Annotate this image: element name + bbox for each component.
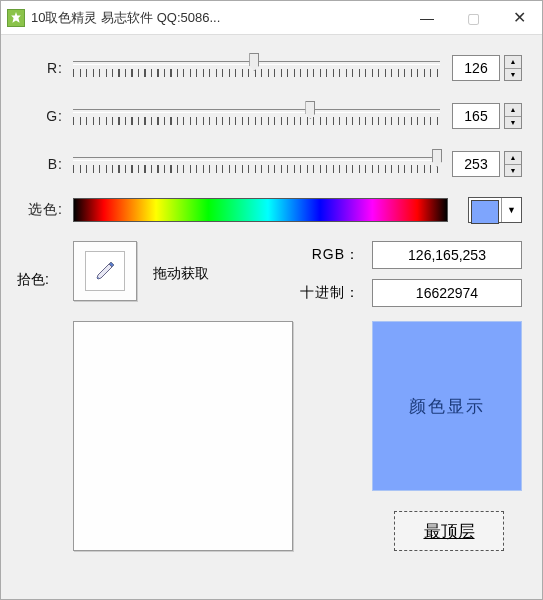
label-pick: 拾色:	[17, 271, 49, 289]
minimize-button[interactable]: —	[404, 1, 450, 35]
slider-row-r: R: ▲ ▼	[21, 53, 522, 83]
dropdown-arrow-icon[interactable]: ▼	[501, 198, 521, 222]
slider-b[interactable]	[73, 151, 440, 177]
spin-down-b[interactable]: ▼	[505, 165, 521, 177]
spinner-g: ▲ ▼	[504, 103, 522, 129]
color-display-panel: 颜色显示	[372, 321, 522, 491]
slider-r[interactable]	[73, 55, 440, 81]
eyedropper-button[interactable]	[85, 251, 125, 291]
preview-panel	[73, 321, 293, 551]
eyedropper-frame	[73, 241, 137, 301]
decimal-field[interactable]	[372, 279, 522, 307]
value-fields: RGB： 十进制：	[290, 241, 522, 307]
eyedropper-icon	[93, 259, 117, 283]
label-g: G:	[21, 108, 63, 124]
spinner-b: ▲ ▼	[504, 151, 522, 177]
input-g[interactable]	[452, 103, 500, 129]
label-b: B:	[21, 156, 63, 172]
app-icon	[7, 9, 25, 27]
topmost-button[interactable]: 最顶层	[394, 511, 504, 551]
label-select: 选色:	[21, 201, 63, 219]
slider-row-b: B: ▲ ▼	[21, 149, 522, 179]
input-r[interactable]	[452, 55, 500, 81]
spinner-r: ▲ ▼	[504, 55, 522, 81]
maximize-button: ▢	[450, 1, 496, 35]
rgb-field[interactable]	[372, 241, 522, 269]
slider-g[interactable]	[73, 103, 440, 129]
label-rgb: RGB：	[290, 246, 360, 264]
hue-gradient-bar[interactable]	[73, 198, 448, 222]
spin-up-r[interactable]: ▲	[505, 56, 521, 69]
titlebar: 10取色精灵 易志软件 QQ:5086... — ▢ ✕	[1, 1, 542, 35]
right-column: 颜色显示 最顶层	[313, 321, 522, 551]
slider-row-g: G: ▲ ▼	[21, 101, 522, 131]
mid-section: 拖动获取 RGB： 十进制：	[21, 241, 522, 307]
client-area: R: ▲ ▼ G: ▲ ▼	[1, 35, 542, 599]
spin-down-g[interactable]: ▼	[505, 117, 521, 129]
input-b[interactable]	[452, 151, 500, 177]
color-swatch-dropdown[interactable]: ▼	[468, 197, 522, 223]
lower-section: 颜色显示 最顶层	[21, 321, 522, 551]
label-r: R:	[21, 60, 63, 76]
app-window: 10取色精灵 易志软件 QQ:5086... — ▢ ✕ R: ▲ ▼ G:	[0, 0, 543, 600]
spin-up-b[interactable]: ▲	[505, 152, 521, 165]
label-decimal: 十进制：	[290, 284, 360, 302]
window-title: 10取色精灵 易志软件 QQ:5086...	[31, 9, 404, 27]
drag-hint: 拖动获取	[153, 241, 209, 307]
spin-up-g[interactable]: ▲	[505, 104, 521, 117]
close-button[interactable]: ✕	[496, 1, 542, 35]
spin-down-r[interactable]: ▼	[505, 69, 521, 81]
color-swatch	[471, 200, 499, 224]
window-controls: — ▢ ✕	[404, 1, 542, 35]
color-display-label: 颜色显示	[409, 395, 485, 418]
color-select-row: 选色: ▼	[21, 197, 522, 223]
